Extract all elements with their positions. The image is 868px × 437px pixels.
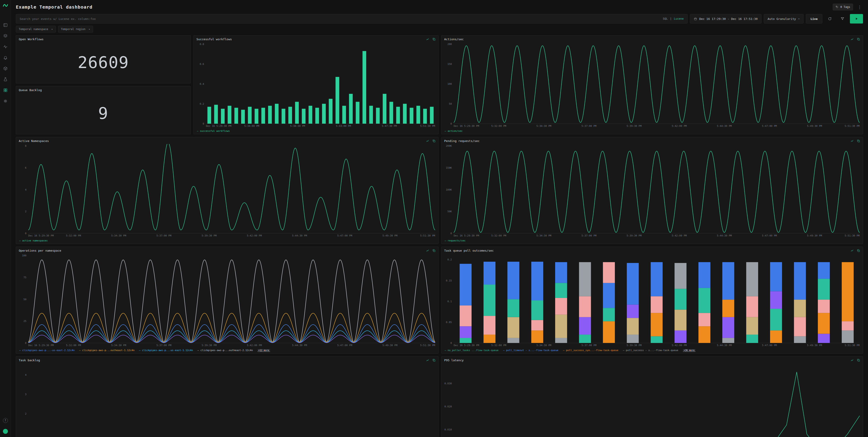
svg-text:0.15: 0.15 [446, 279, 452, 282]
sidebar-layers-icon[interactable] [3, 33, 8, 38]
user-avatar[interactable] [3, 429, 8, 434]
sidebar-gear-icon[interactable] [3, 99, 8, 103]
tag-icon [836, 6, 839, 8]
play-icon [855, 17, 858, 21]
panel-chart-icon[interactable] [850, 139, 854, 143]
filter-row: Temporal namespace ▾ Temporal region ▾ [16, 26, 863, 33]
panel-copy-icon[interactable] [432, 139, 436, 143]
task-queue-polls-chart[interactable]: 00.050.10.150.2Dec 16 5:29:30 PM5:32:00 … [442, 254, 862, 347]
sidebar-layout-icon[interactable] [3, 23, 8, 28]
sidebar-pulse-icon[interactable] [3, 44, 8, 49]
svg-text:5:39:30 PM: 5:39:30 PM [627, 125, 642, 127]
panel-chart-icon[interactable] [426, 37, 430, 41]
panel-chart-icon[interactable] [850, 249, 854, 252]
svg-text:5:51:30 PM: 5:51:30 PM [845, 234, 860, 237]
panel-copy-icon[interactable] [857, 358, 860, 362]
panel-title: Task backlog [19, 358, 40, 362]
svg-text:5:51:30 PM: 5:51:30 PM [845, 344, 860, 347]
app-logo-icon[interactable] [2, 2, 8, 8]
svg-text:5:47:00 PM: 5:47:00 PM [762, 125, 777, 127]
svg-text:5:51:30 PM: 5:51:30 PM [845, 125, 860, 127]
task-backlog-chart[interactable]: 234Dec 16 5:29:30 PM5:32:00 PM5:34:30 PM… [17, 363, 437, 437]
svg-text:0.1: 0.1 [447, 300, 452, 303]
panel-copy-icon[interactable] [432, 249, 436, 252]
svg-text:5:44:30 PM: 5:44:30 PM [292, 344, 307, 347]
refresh-button[interactable] [825, 14, 835, 24]
panel-copy-icon[interactable] [432, 37, 436, 41]
svg-text:0.4: 0.4 [199, 83, 204, 86]
chart-legend[interactable]: — successful workflows [197, 129, 436, 133]
filter-button[interactable] [837, 14, 848, 24]
queue-backlog-value: 9 [16, 92, 191, 134]
time-range-picker[interactable]: Dec 16 17:29:30 - Dec 16 17:51:30 [690, 14, 762, 24]
chart-legend[interactable]: — no_poller_tasks ...flow-task-queue— po… [445, 348, 861, 352]
svg-text:5:51:30 PM: 5:51:30 PM [420, 344, 435, 347]
svg-text:3: 3 [25, 393, 26, 396]
live-button[interactable]: Live [806, 14, 822, 24]
panel-chart-icon[interactable] [850, 37, 854, 41]
svg-text:4: 4 [25, 188, 26, 191]
actions-per-sec-chart[interactable]: 050100150200Dec 16 5:29:30 PM5:32:00 PM5… [442, 42, 862, 128]
panel-task-queue-polls: Task queue poll outcomes/sec 00.050.10.1… [441, 247, 863, 353]
svg-text:0: 0 [450, 122, 452, 125]
svg-text:5:47:00 PM: 5:47:00 PM [337, 234, 352, 237]
chart-legend[interactable]: — requests/sec [445, 239, 861, 243]
dashboard-grid: Open Workflows 26609 Queue Backlog 9 Suc… [11, 35, 868, 437]
svg-text:5:39:30 PM: 5:39:30 PM [202, 234, 217, 237]
svg-text:0: 0 [25, 232, 26, 235]
svg-text:75: 75 [24, 276, 26, 279]
svg-text:5:37:00 PM: 5:37:00 PM [582, 344, 597, 347]
svg-text:0.6: 0.6 [199, 63, 204, 66]
svg-text:Dec 16 5:29:30 PM: Dec 16 5:29:30 PM [454, 344, 479, 347]
svg-text:2: 2 [25, 210, 26, 213]
svg-text:5:42:00 PM: 5:42:00 PM [247, 344, 262, 347]
tags-chip[interactable]: 0 Tags [833, 4, 853, 10]
help-icon[interactable]: ? [3, 418, 8, 423]
svg-text:50K: 50K [447, 210, 452, 213]
successful-workflows-chart[interactable]: 00.20.40.60.8Dec 16 5:29:30 PM5:34:00 PM… [195, 42, 437, 128]
sidebar-dashboards-grid-icon[interactable] [3, 88, 8, 93]
svg-text:5:32:00 PM: 5:32:00 PM [491, 125, 506, 127]
chart-legend[interactable]: — clickpipes-aws-p...-us-east-2.12c4n— c… [19, 348, 436, 352]
mode-lucene-label[interactable]: Lucene [674, 17, 684, 20]
filter-temporal-namespace[interactable]: Temporal namespace ▾ [16, 26, 56, 33]
svg-text:5:49:30 PM: 5:49:30 PM [382, 344, 398, 347]
kebab-menu-icon[interactable]: ⋮ [856, 5, 863, 9]
sidebar-bell-icon[interactable] [3, 55, 8, 60]
panel-chart-icon[interactable] [850, 358, 854, 362]
mode-divider: | [670, 17, 672, 20]
granularity-select[interactable]: Auto Granularity ▾ [764, 14, 804, 24]
query-mode-toggle[interactable]: SQL | Lucene [663, 17, 684, 20]
panel-copy-icon[interactable] [857, 249, 860, 252]
header: Example Temporal dashboard 0 Tags ⋮ [11, 0, 868, 14]
chart-legend[interactable]: — action/sec [445, 129, 861, 133]
panel-pending-requests: Pending requests/sec 050K100K150K200KDec… [441, 137, 863, 244]
panel-title: Active Namespaces [19, 139, 49, 143]
svg-text:5:34:30 PM: 5:34:30 PM [111, 234, 126, 237]
active-namespaces-chart[interactable]: 02468Dec 16 5:29:30 PM5:32:00 PM5:34:30 … [17, 144, 437, 238]
chart-legend[interactable]: — active namespaces [19, 239, 436, 243]
panel-copy-icon[interactable] [432, 358, 436, 362]
calendar-icon [694, 17, 697, 21]
sidebar-cube-icon[interactable] [3, 66, 8, 71]
panel-chart-icon[interactable] [426, 139, 430, 143]
svg-text:0.030: 0.030 [444, 382, 452, 385]
p95-latency-chart[interactable]: 0.0100.0200.030Dec 16 5:29:30 PM5:32:00 … [442, 363, 862, 437]
svg-text:100K: 100K [446, 188, 452, 191]
panel-chart-icon[interactable] [426, 249, 430, 252]
search-input[interactable] [20, 17, 660, 21]
panel-chart-icon[interactable] [426, 358, 430, 362]
panel-copy-icon[interactable] [857, 139, 860, 143]
svg-text:100: 100 [22, 254, 26, 257]
search-box: SQL | Lucene [16, 14, 688, 24]
panel-copy-icon[interactable] [857, 37, 860, 41]
operations-per-namespace-chart[interactable]: 0255075100Dec 16 5:29:30 PM5:32:00 PM5:3… [17, 254, 437, 347]
mode-sql-label[interactable]: SQL [663, 17, 668, 20]
pending-requests-chart[interactable]: 050K100K150K200KDec 16 5:29:30 PM5:32:00… [442, 144, 862, 238]
run-query-button[interactable] [850, 14, 863, 24]
sidebar-flask-icon[interactable] [3, 77, 8, 82]
svg-text:5:32:00 PM: 5:32:00 PM [66, 234, 81, 237]
panel-title: P95 latency [444, 358, 464, 362]
filter-temporal-region[interactable]: Temporal region ▾ [58, 26, 93, 33]
svg-text:5:37:00 PM: 5:37:00 PM [582, 234, 597, 237]
